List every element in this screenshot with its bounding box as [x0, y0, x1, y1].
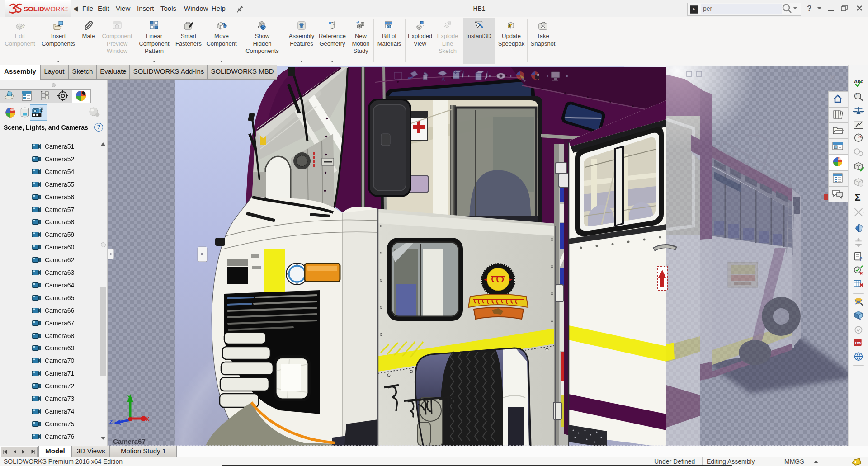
svg-text:?: ?: [859, 256, 863, 262]
svg-text:Dw: Dw: [855, 341, 862, 345]
svg-text:SOLID: SOLID: [24, 5, 44, 13]
svg-text:Abc: Abc: [854, 79, 863, 84]
svg-text:X: X: [146, 416, 149, 423]
svg-text:!: !: [509, 24, 510, 27]
svg-text:Z: Z: [109, 419, 113, 425]
svg-text:Y: Y: [127, 395, 131, 401]
svg-text:º: º: [859, 318, 861, 322]
svg-text:A: A: [441, 76, 445, 83]
svg-text:Σ: Σ: [855, 192, 861, 203]
svg-text:WORKS: WORKS: [44, 5, 68, 13]
svg-text:Camera67: Camera67: [113, 438, 146, 445]
